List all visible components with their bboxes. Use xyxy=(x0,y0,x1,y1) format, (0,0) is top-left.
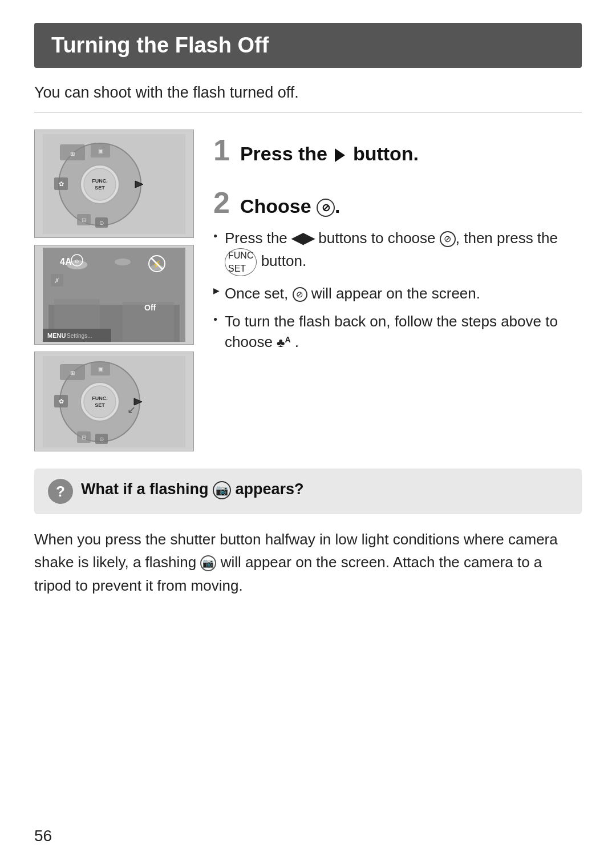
svg-text:✿: ✿ xyxy=(59,398,64,405)
step1-svg: ⊞ ✿ ⊟ ⊙ FUNC. SET ▣ xyxy=(43,134,185,234)
tip-content: What if a flashing 📷 appears? xyxy=(81,479,304,500)
svg-text:⊙: ⊙ xyxy=(99,220,104,226)
step2-number: 2 xyxy=(213,188,230,217)
step1-section: ⊞ ✿ ⊟ ⊙ FUNC. SET ▣ xyxy=(34,130,582,451)
step1-title: Press the button. xyxy=(240,143,419,165)
svg-text:⊞: ⊞ xyxy=(70,151,75,157)
svg-text:↙: ↙ xyxy=(127,404,136,415)
section-divider xyxy=(34,112,582,112)
svg-text:SET: SET xyxy=(95,185,105,191)
page-title: Turning the Flash Off xyxy=(51,33,269,57)
step2-svg-screen: ⚡ 4A ⊙ Off MENU Settings... ✗ xyxy=(43,248,185,342)
svg-text:Settings...: Settings... xyxy=(67,333,92,339)
page-number: 56 xyxy=(34,827,52,845)
step2-content: 2 Choose ⊘. Press the ◀▶ buttons to choo… xyxy=(213,188,582,352)
svg-text:▣: ▣ xyxy=(98,148,103,154)
svg-point-20 xyxy=(115,259,131,265)
flash-auto-icon: ♣A xyxy=(277,336,291,350)
svg-text:⊙: ⊙ xyxy=(75,259,79,264)
tip-question-mark: ? xyxy=(56,483,65,500)
page-title-bar: Turning the Flash Off xyxy=(34,23,582,68)
step2-image-screen: ⚡ 4A ⊙ Off MENU Settings... ✗ xyxy=(34,245,194,345)
step1-images: ⊞ ✿ ⊟ ⊙ FUNC. SET ▣ xyxy=(34,130,200,451)
svg-text:MENU: MENU xyxy=(47,332,66,339)
svg-text:⊟: ⊟ xyxy=(82,434,86,441)
svg-point-11 xyxy=(84,168,116,200)
step2-title: Choose ⊘. xyxy=(240,195,341,217)
svg-text:⊞: ⊞ xyxy=(70,370,75,376)
svg-text:✿: ✿ xyxy=(59,180,64,187)
step2-bullet-3: To turn the flash back on, follow the st… xyxy=(213,311,582,353)
camera-shake-inline: 📷 xyxy=(200,555,216,571)
camera-shake-icon: 📷 xyxy=(213,481,231,499)
tip-body-text: When you press the shutter button halfwa… xyxy=(34,528,582,597)
step1-image: ⊞ ✿ ⊟ ⊙ FUNC. SET ▣ xyxy=(34,130,194,238)
step1-content: 1 Press the button. xyxy=(213,135,582,165)
step1-arrow-icon xyxy=(335,148,345,162)
tip-icon: ? xyxy=(48,479,73,504)
func-set-icon-inline: FUNCSET xyxy=(225,248,257,276)
svg-point-48 xyxy=(84,386,116,418)
step2-bullet-1: Press the ◀▶ buttons to choose ⊘, then p… xyxy=(213,228,582,276)
flash-off-icon-2: ⊘ xyxy=(293,287,307,302)
svg-text:✗: ✗ xyxy=(54,277,60,285)
step2-bullets: Press the ◀▶ buttons to choose ⊘, then p… xyxy=(213,228,582,352)
step1-number: 1 xyxy=(213,135,230,165)
svg-text:FUNC.: FUNC. xyxy=(92,395,108,401)
flash-off-symbol: ⊘ xyxy=(317,199,335,217)
step3-svg: ⊞ ✿ ⊟ ⊙ FUNC. SET ▣ ↙ xyxy=(43,356,185,447)
page-subtitle: You can shoot with the flash turned off. xyxy=(34,84,582,102)
step2-bullet-2: Once set, ⊘ will appear on the screen. xyxy=(213,283,582,304)
svg-text:4A: 4A xyxy=(60,257,72,267)
flash-off-icon-inline: ⊘ xyxy=(440,231,456,247)
svg-text:SET: SET xyxy=(95,402,105,408)
tip-box: ? What if a flashing 📷 appears? xyxy=(34,469,582,514)
svg-text:⊙: ⊙ xyxy=(99,436,104,442)
svg-text:▣: ▣ xyxy=(98,366,103,372)
step1-and-step2-content: 1 Press the button. 2 Choose ⊘. Press th… xyxy=(213,130,582,359)
lr-arrow-icons: ◀▶ xyxy=(291,229,314,247)
tip-title: What if a flashing 📷 appears? xyxy=(81,479,304,500)
step3-image-funcset: ⊞ ✿ ⊟ ⊙ FUNC. SET ▣ ↙ xyxy=(34,352,194,451)
svg-text:FUNC.: FUNC. xyxy=(92,178,108,184)
svg-text:⊟: ⊟ xyxy=(82,217,86,223)
svg-text:Off: Off xyxy=(144,303,156,312)
